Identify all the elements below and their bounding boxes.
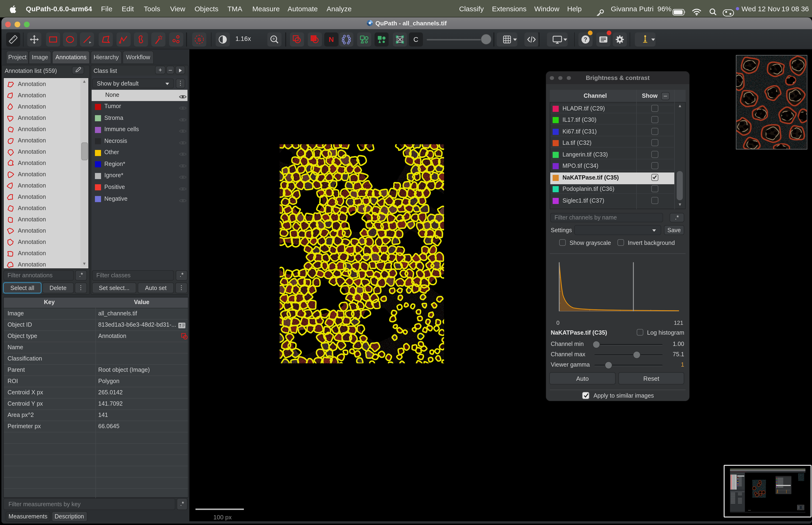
svg-text:N: N [329, 35, 334, 43]
svg-text:C: C [414, 36, 418, 43]
svg-text:?: ? [583, 36, 587, 43]
svg-text:S: S [198, 37, 201, 43]
